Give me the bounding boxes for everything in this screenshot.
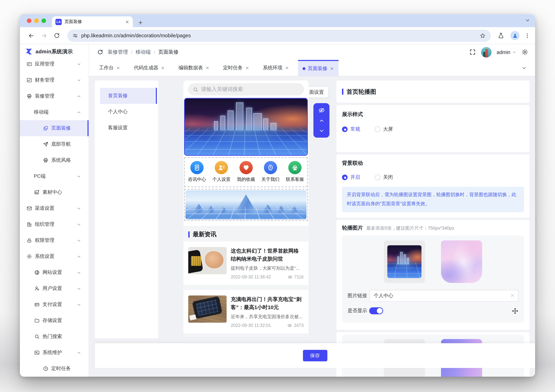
sidebar-item-user-settings[interactable]: 用户设置 <box>20 281 88 297</box>
tab-close-icon[interactable] <box>330 66 334 71</box>
secondary-banner-section[interactable] <box>184 189 308 221</box>
sidebar-item-finance[interactable]: 财务管理 <box>20 72 88 88</box>
sidebar-item-material-center[interactable]: 素材中心 <box>20 184 88 200</box>
sidebar-item-storage-settings[interactable]: 存储设置 <box>20 312 88 329</box>
sidebar-item-mobile[interactable]: 移动端 <box>20 104 88 120</box>
zoom-window-button[interactable] <box>42 18 46 23</box>
experiments-flask-icon[interactable] <box>498 32 504 39</box>
tab-close-icon[interactable] <box>285 66 289 70</box>
news-thumbnail-powerbank <box>188 296 226 323</box>
sidebar-item-hot-search[interactable]: 热门搜索 <box>20 329 88 345</box>
tab-close-icon[interactable] <box>116 66 120 70</box>
site-settings-icon[interactable] <box>73 33 78 38</box>
browser-profile-avatar[interactable] <box>510 31 519 40</box>
sidebar-item-pc[interactable]: PC端 <box>20 168 88 184</box>
tab-close-icon[interactable] <box>161 66 165 70</box>
tab-search-chevron-icon[interactable] <box>525 18 530 23</box>
tab-cron-task[interactable]: 定时任务 <box>219 60 254 76</box>
nav-item-favorites[interactable]: 我的收藏 <box>234 158 258 186</box>
browser-tab[interactable]: LA 页面装修 <box>52 16 133 27</box>
tab-close-icon[interactable] <box>125 20 129 24</box>
chevron-up-icon <box>77 254 81 259</box>
nav-item-profile-settings[interactable]: 个人设置 <box>209 158 234 186</box>
sidebar-item-payment-settings[interactable]: 支付设置 <box>20 297 88 312</box>
payment-icon <box>34 302 40 307</box>
news-item-body: 充满电再出门！共享充电宝“刺客”：最高1小时10元 近年来，共享充电宝因涨价多次… <box>231 296 304 328</box>
reload-button[interactable] <box>54 32 60 39</box>
sidebar-item-page-decoration[interactable]: 页面装修 <box>20 120 88 136</box>
profile-settings-icon <box>215 161 228 174</box>
breadcrumb-item[interactable]: 装修管理 <box>108 49 128 55</box>
sidebar-item-label: 存储设置 <box>43 317 62 324</box>
browser-menu-icon[interactable] <box>524 33 530 38</box>
avatar[interactable] <box>481 47 491 57</box>
tab-label: 系统环境 <box>263 65 282 71</box>
page-item-service[interactable]: 客服设置 <box>100 120 157 136</box>
tabs-overflow-chevron-icon[interactable] <box>522 65 527 71</box>
sidebar-item-bottom-nav[interactable]: 底部导航 <box>20 136 88 152</box>
tab-workbench[interactable]: 工作台 <box>95 60 125 76</box>
settings-gear-icon[interactable] <box>522 49 528 55</box>
move-down-icon[interactable] <box>318 128 324 134</box>
browser-window: LA 页面装修 php.likeadmin.cn/admin/decoratio… <box>20 14 535 377</box>
carousel-banner-selected[interactable] <box>184 98 308 156</box>
component-toolbar <box>314 103 329 138</box>
sidebar-item-cron-task[interactable]: 定时任务 <box>20 361 88 377</box>
sidebar-item-system-maintenance[interactable]: 系统维护 <box>20 345 88 361</box>
radio-off[interactable]: 关闭 <box>375 174 393 181</box>
forward-button[interactable] <box>41 32 47 39</box>
hide-component-icon[interactable] <box>318 107 325 114</box>
tab-close-icon[interactable] <box>205 66 210 70</box>
sidebar-item-channel[interactable]: 渠道设置 <box>20 200 88 216</box>
page-item-home[interactable]: 首页装修 <box>100 88 157 104</box>
minimize-window-button[interactable] <box>34 18 39 23</box>
page-header: 装修管理 / 移动端 / 页面装修 admin <box>89 44 535 60</box>
show-toggle[interactable] <box>369 307 383 314</box>
refresh-icon[interactable] <box>97 49 103 55</box>
news-item[interactable]: 这也太科幻了！世界首款网格结构纳米电子皮肤问世 提到电子皮肤，大家可别以为是“.… <box>183 241 308 285</box>
news-meta: 2022-09-30 11:32:01 2473 <box>231 323 304 328</box>
close-window-button[interactable] <box>27 18 31 23</box>
nav-label: 个人设置 <box>212 176 231 182</box>
tab-close-icon[interactable] <box>245 66 249 70</box>
page-item-profile[interactable]: 个人中心 <box>100 104 157 120</box>
tab-code-generator[interactable]: 代码生成器 <box>129 60 169 76</box>
carousel-background-thumb[interactable] <box>441 240 482 283</box>
radio-on[interactable]: 开启 <box>342 174 360 181</box>
sidebar-item-app-mgmt[interactable]: 应用管理 <box>20 56 88 72</box>
breadcrumb-item[interactable]: 移动端 <box>136 49 151 55</box>
phone-search-bar[interactable]: 请输入关键词搜索 <box>188 83 304 95</box>
radio-normal[interactable]: 常规 <box>342 126 360 132</box>
nav-item-news[interactable]: 咨讯中心 <box>185 158 209 186</box>
thumb-swirl-image <box>441 240 482 283</box>
tab-system-env[interactable]: 系统环境 <box>258 60 293 76</box>
move-up-icon[interactable] <box>318 118 324 124</box>
radio-large-screen[interactable]: 大屏 <box>375 126 393 132</box>
back-button[interactable] <box>28 32 35 39</box>
nav-item-contact-service[interactable]: 联系客服 <box>283 158 307 186</box>
tab-page-decoration[interactable]: 页面装修 <box>298 60 338 76</box>
user-menu[interactable]: admin <box>497 49 516 55</box>
news-center-icon <box>190 161 204 174</box>
news-item[interactable]: 充满电再出门！共享充电宝“刺客”：最高1小时10元 近年来，共享充电宝因涨价多次… <box>183 290 308 334</box>
drag-move-icon[interactable] <box>512 307 518 314</box>
sidebar-item-decoration[interactable]: 装修管理 <box>20 88 88 104</box>
banner-image-city <box>185 99 307 155</box>
fullscreen-icon[interactable] <box>469 49 476 55</box>
sidebar-item-label: 底部导航 <box>51 141 71 147</box>
sidebar-item-system-settings[interactable]: 系统设置 <box>20 248 88 264</box>
carousel-image-thumb[interactable] <box>384 240 425 283</box>
bookmark-star-icon[interactable] <box>480 33 486 38</box>
address-bar[interactable]: php.likeadmin.cn/admin/decoration/mobile… <box>67 29 491 42</box>
save-button[interactable]: 保存 <box>303 350 327 361</box>
image-link-input[interactable] <box>369 290 518 302</box>
sidebar-item-organization[interactable]: 组织管理 <box>20 216 88 232</box>
sidebar-item-system-style[interactable]: 系统风格 <box>20 152 88 168</box>
sidebar-item-website-settings[interactable]: 网站设置 <box>20 264 88 281</box>
nav-item-about[interactable]: 关于我们 <box>258 158 283 186</box>
icon-nav-section[interactable]: 咨讯中心 个人设置 我的收藏 <box>184 157 308 187</box>
clear-input-icon[interactable] <box>510 293 515 298</box>
tab-edit-table[interactable]: 编辑数据表 <box>174 60 214 76</box>
sidebar-item-permission[interactable]: 权限管理 <box>20 232 88 248</box>
new-tab-button[interactable] <box>138 20 143 25</box>
